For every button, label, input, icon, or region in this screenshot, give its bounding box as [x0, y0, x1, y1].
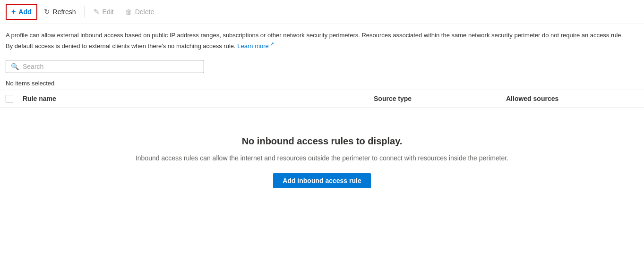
description-text: A profile can allow external inbound acc… [0, 24, 633, 56]
toolbar: + Add ↻ Refresh ✎ Edit 🗑 Delete [0, 0, 644, 24]
table-header: Rule name Source type Allowed sources [0, 90, 644, 108]
edit-icon: ✎ [94, 8, 100, 16]
search-icon: 🔍 [11, 63, 19, 70]
empty-state: No inbound access rules to display. Inbo… [0, 108, 644, 207]
edit-button[interactable]: ✎ Edit [89, 5, 119, 19]
col-header-source-type: Source type [374, 95, 506, 102]
search-box: 🔍 [6, 60, 204, 73]
col-header-allowed-sources: Allowed sources [506, 95, 638, 102]
add-icon: + [11, 8, 16, 16]
empty-subtitle: Inbound access rules can allow the inter… [136, 154, 508, 162]
add-inbound-rule-button[interactable]: Add inbound access rule [273, 173, 370, 188]
search-container: 🔍 [0, 56, 644, 77]
learn-more-link[interactable]: Learn more↗ [237, 42, 274, 50]
empty-title: No inbound access rules to display. [242, 136, 403, 147]
col-header-rule-name: Rule name [23, 95, 374, 102]
toolbar-separator [85, 6, 85, 17]
edit-button-label: Edit [103, 8, 114, 16]
delete-button-label: Delete [135, 8, 154, 16]
refresh-button-label: Refresh [53, 8, 76, 16]
add-button-label: Add [18, 8, 31, 16]
refresh-button[interactable]: ↻ Refresh [39, 5, 81, 19]
search-input[interactable] [23, 63, 199, 70]
delete-button[interactable]: 🗑 Delete [120, 5, 159, 19]
refresh-icon: ↻ [44, 8, 50, 16]
delete-icon: 🗑 [125, 8, 132, 16]
no-items-label: No items selected [0, 77, 644, 90]
select-all-checkbox[interactable] [6, 95, 13, 102]
checkbox-column [6, 95, 23, 102]
external-link-icon: ↗ [270, 41, 274, 47]
add-button[interactable]: + Add [6, 4, 37, 20]
